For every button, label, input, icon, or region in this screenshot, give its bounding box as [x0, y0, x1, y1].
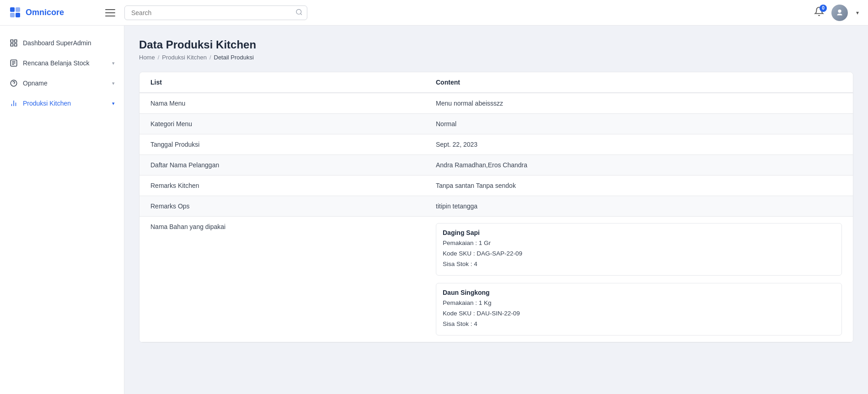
breadcrumb-detail: Detail Produksi [214, 54, 254, 61]
detail-table-card: List Content Nama MenuMenu normal abeiss… [139, 72, 853, 343]
bahan-name: Daging Sapi [443, 229, 835, 236]
list-icon [9, 59, 18, 68]
navbar-right: 0 ▾ [814, 5, 859, 21]
breadcrumb-sep-2: / [209, 54, 211, 61]
bahan-block: Daging Sapi Pemakaian : 1 Gr Kode SKU : … [436, 223, 842, 276]
help-circle-icon [9, 79, 18, 88]
bahan-details: Pemakaian : 1 Kg Kode SKU : DAU-SIN-22-0… [443, 298, 835, 330]
detail-table: List Content Nama MenuMenu normal abeiss… [139, 72, 853, 342]
row-key: Kategori Menu [139, 114, 425, 134]
row-value: Menu normal abeissszz [425, 93, 853, 114]
row-value: Andra Ramadhan,Eros Chandra [425, 155, 853, 176]
breadcrumb-sep-1: / [158, 54, 160, 61]
svg-rect-1 [16, 7, 20, 12]
row-value: Sept. 22, 2023 [425, 134, 853, 155]
bar-chart-icon [9, 99, 18, 108]
sidebar-label-dashboard: Dashboard SuperAdmin [23, 39, 115, 47]
row-value: Tanpa santan Tanpa sendok [425, 176, 853, 196]
table-row: Tanggal ProduksiSept. 22, 2023 [139, 134, 853, 155]
sidebar-label-rencana: Rencana Belanja Stock [23, 59, 107, 67]
row-value: titipin tetangga [425, 196, 853, 217]
sisa-stok-value: 4 [474, 261, 477, 267]
chevron-down-icon: ▾ [112, 60, 115, 66]
svg-rect-8 [11, 44, 13, 46]
table-row: Daftar Nama PelangganAndra Ramadhan,Eros… [139, 155, 853, 176]
svg-point-4 [296, 9, 301, 14]
app-logo[interactable]: Omnicore [9, 6, 101, 19]
bahan-name: Daun Singkong [443, 289, 835, 296]
row-value: Normal [425, 114, 853, 134]
bahan-block: Daun Singkong Pemakaian : 1 Kg Kode SKU … [436, 283, 842, 335]
table-row: Remarks Opstitipin tetangga [139, 196, 853, 217]
sidebar-item-rencana-belanja[interactable]: Rencana Belanja Stock ▾ [0, 53, 124, 73]
svg-rect-3 [16, 13, 20, 17]
row-key: Daftar Nama Pelanggan [139, 155, 425, 176]
layout: Dashboard SuperAdmin Rencana Belanja Sto… [0, 0, 868, 394]
col-list: List [139, 72, 425, 93]
chevron-down-icon-2: ▾ [112, 80, 115, 86]
row-key: Remarks Kitchen [139, 176, 425, 196]
avatar-dropdown-arrow[interactable]: ▾ [856, 10, 859, 16]
bahan-details: Pemakaian : 1 Gr Kode SKU : DAG-SAP-22-0… [443, 238, 835, 270]
main-content: Data Produksi Kitchen Home / Produksi Ki… [124, 26, 868, 394]
svg-rect-9 [15, 44, 17, 46]
sisa-stok-value: 4 [474, 320, 477, 327]
sidebar-label-opname: Opname [23, 80, 107, 87]
svg-rect-2 [10, 13, 15, 17]
sidebar: Dashboard SuperAdmin Rencana Belanja Sto… [0, 26, 124, 394]
svg-rect-0 [10, 7, 15, 12]
breadcrumb-home[interactable]: Home [139, 54, 155, 61]
table-row: Nama MenuMenu normal abeissszz [139, 93, 853, 114]
sidebar-label-produksi: Produksi Kitchen [23, 100, 107, 107]
svg-rect-6 [11, 40, 13, 42]
svg-line-5 [300, 13, 302, 15]
sidebar-item-opname[interactable]: Opname ▾ [0, 73, 124, 93]
avatar [831, 5, 848, 21]
page-title: Data Produksi Kitchen [139, 38, 853, 51]
table-row: Kategori MenuNormal [139, 114, 853, 134]
navbar: Omnicore 0 [0, 0, 868, 26]
chevron-down-icon-3: ▾ [112, 101, 115, 106]
search-icon [295, 8, 303, 17]
sidebar-item-dashboard[interactable]: Dashboard SuperAdmin [0, 33, 124, 53]
svg-rect-7 [15, 40, 17, 42]
notification-badge: 0 [820, 5, 827, 12]
col-content: Content [425, 72, 853, 93]
row-value: Daging Sapi Pemakaian : 1 Gr Kode SKU : … [425, 217, 853, 342]
breadcrumb-produksi[interactable]: Produksi Kitchen [162, 54, 207, 61]
table-header-row: List Content [139, 72, 853, 93]
table-row: Remarks KitchenTanpa santan Tanpa sendok [139, 176, 853, 196]
breadcrumb: Home / Produksi Kitchen / Detail Produks… [139, 54, 853, 61]
grid-icon [9, 38, 18, 48]
search-input[interactable] [124, 5, 307, 20]
logo-icon [9, 6, 22, 19]
sidebar-item-produksi-kitchen[interactable]: Produksi Kitchen ▾ [0, 93, 124, 113]
row-key: Nama Menu [139, 93, 425, 114]
notification-button[interactable]: 0 [814, 6, 824, 19]
hamburger-button[interactable] [105, 9, 115, 16]
row-key: Remarks Ops [139, 196, 425, 217]
app-name: Omnicore [26, 8, 64, 17]
table-row: Nama Bahan yang dipakai Daging Sapi Pema… [139, 217, 853, 342]
avatar-button[interactable] [831, 5, 848, 21]
row-key: Nama Bahan yang dipakai [139, 217, 425, 342]
search-container [124, 5, 307, 20]
row-key: Tanggal Produksi [139, 134, 425, 155]
